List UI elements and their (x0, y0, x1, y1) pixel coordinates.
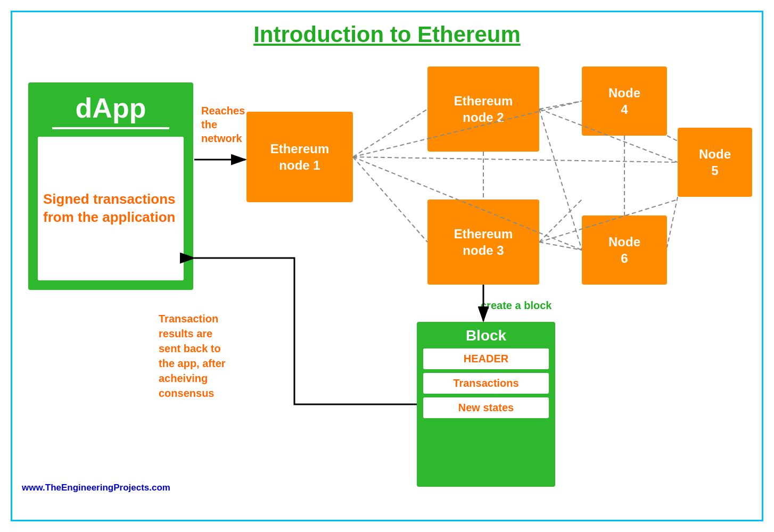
svg-line-15 (667, 136, 678, 141)
node6-box: Node6 (582, 215, 667, 285)
dapp-underline (52, 127, 169, 129)
footer-text: www.TheEngineeringProjects.com (22, 483, 170, 493)
svg-line-4 (353, 157, 427, 242)
node4-label: Node4 (608, 85, 640, 118)
block-title: Block (466, 327, 506, 344)
signed-transactions-text: Signed transactions from the application (43, 190, 178, 227)
block-box: Block HEADER Transactions New states (417, 322, 555, 487)
node5-label: Node5 (699, 146, 731, 179)
node5-box: Node5 (678, 128, 752, 197)
dapp-box: dApp Signed transactions from the applic… (28, 82, 193, 290)
ethereum-node1-box: Ethereumnode 1 (246, 112, 353, 202)
svg-line-17 (667, 197, 678, 247)
svg-line-10 (539, 109, 582, 250)
svg-line-14 (539, 242, 582, 250)
node6-label: Node6 (608, 234, 640, 267)
svg-line-6 (353, 157, 678, 162)
dapp-label: dApp (76, 92, 146, 124)
block-header-text: HEADER (464, 353, 508, 364)
transaction-results-label: Transactionresults aresent back tothe ap… (159, 311, 226, 401)
svg-line-8 (539, 101, 582, 109)
svg-line-12 (539, 200, 582, 242)
dapp-inner-box: Signed transactions from the application (38, 137, 184, 280)
node2-label: Ethereumnode 2 (454, 93, 513, 126)
ethereum-node3-box: Ethereumnode 3 (427, 200, 539, 285)
block-newstates-text: New states (458, 402, 514, 413)
block-newstates-item: New states (423, 397, 549, 418)
node3-label: Ethereumnode 3 (454, 226, 513, 259)
ethereum-node2-box: Ethereumnode 2 (427, 66, 539, 152)
page-title: Introduction to Ethereum (12, 22, 762, 47)
block-transactions-item: Transactions (423, 373, 549, 394)
node4-box: Node4 (582, 66, 667, 136)
block-header-item: HEADER (423, 348, 549, 369)
create-block-label: create a block (481, 300, 551, 312)
node1-label: Ethereumnode 1 (270, 140, 330, 173)
reaches-network-label: Reachesthenetwork (201, 104, 245, 145)
svg-line-3 (353, 109, 427, 157)
block-transactions-text: Transactions (453, 377, 518, 389)
